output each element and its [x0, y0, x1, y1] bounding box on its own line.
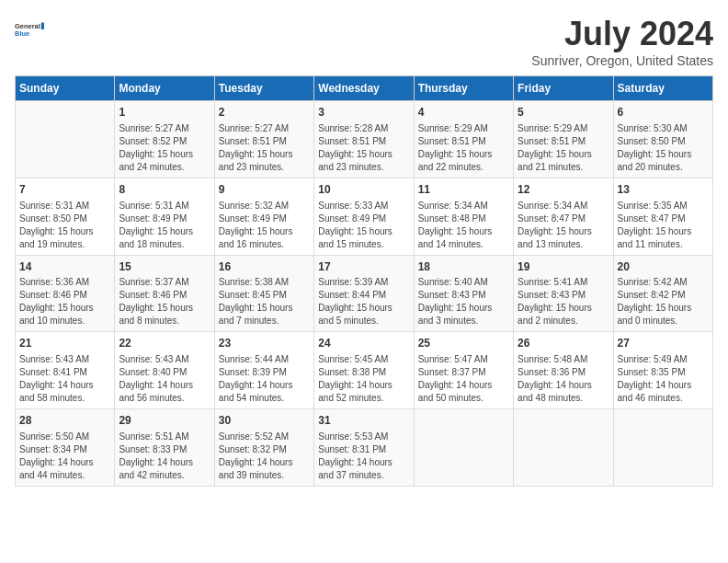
day-info: Sunrise: 5:28 AM Sunset: 8:51 PM Dayligh…: [318, 122, 409, 174]
calendar-cell: [414, 409, 513, 487]
title-area: July 2024 Sunriver, Oregon, United State…: [531, 15, 713, 68]
day-info: Sunrise: 5:42 AM Sunset: 8:42 PM Dayligh…: [618, 276, 709, 327]
calendar-cell: 11Sunrise: 5:34 AM Sunset: 8:48 PM Dayli…: [414, 178, 513, 255]
day-number: 19: [518, 259, 609, 275]
day-number: 28: [19, 413, 110, 429]
calendar-cell: 4Sunrise: 5:29 AM Sunset: 8:51 PM Daylig…: [414, 101, 513, 178]
day-number: 18: [418, 259, 509, 275]
day-info: Sunrise: 5:40 AM Sunset: 8:43 PM Dayligh…: [418, 276, 509, 327]
day-number: 8: [119, 182, 210, 198]
day-info: Sunrise: 5:36 AM Sunset: 8:46 PM Dayligh…: [19, 276, 110, 327]
day-number: 16: [219, 259, 310, 275]
day-info: Sunrise: 5:27 AM Sunset: 8:51 PM Dayligh…: [219, 122, 310, 174]
week-row-1: 1Sunrise: 5:27 AM Sunset: 8:52 PM Daylig…: [16, 101, 713, 178]
day-number: 27: [618, 336, 709, 351]
col-header-sunday: Sunday: [16, 76, 115, 101]
calendar-cell: 25Sunrise: 5:47 AM Sunset: 8:37 PM Dayli…: [414, 332, 513, 409]
calendar-cell: 28Sunrise: 5:50 AM Sunset: 8:34 PM Dayli…: [16, 409, 115, 487]
calendar-cell: [613, 409, 712, 487]
day-info: Sunrise: 5:35 AM Sunset: 8:47 PM Dayligh…: [618, 200, 709, 251]
calendar-header: SundayMondayTuesdayWednesdayThursdayFrid…: [16, 76, 713, 101]
calendar-cell: 19Sunrise: 5:41 AM Sunset: 8:43 PM Dayli…: [514, 255, 613, 332]
day-info: Sunrise: 5:52 AM Sunset: 8:32 PM Dayligh…: [219, 431, 310, 482]
calendar-table: SundayMondayTuesdayWednesdayThursdayFrid…: [15, 75, 713, 487]
day-info: Sunrise: 5:27 AM Sunset: 8:52 PM Dayligh…: [119, 122, 210, 174]
day-number: 5: [518, 105, 609, 121]
calendar-cell: 24Sunrise: 5:45 AM Sunset: 8:38 PM Dayli…: [314, 332, 414, 409]
calendar-cell: 22Sunrise: 5:43 AM Sunset: 8:40 PM Dayli…: [115, 332, 214, 409]
col-header-monday: Monday: [115, 76, 214, 101]
calendar-cell: 7Sunrise: 5:31 AM Sunset: 8:50 PM Daylig…: [16, 178, 115, 255]
calendar-cell: 16Sunrise: 5:38 AM Sunset: 8:45 PM Dayli…: [214, 255, 313, 332]
day-number: 20: [618, 259, 709, 275]
col-header-thursday: Thursday: [414, 76, 513, 101]
day-number: 15: [119, 259, 210, 275]
calendar-body: 1Sunrise: 5:27 AM Sunset: 8:52 PM Daylig…: [16, 101, 713, 487]
day-info: Sunrise: 5:33 AM Sunset: 8:49 PM Dayligh…: [318, 200, 409, 251]
svg-text:General: General: [15, 22, 40, 30]
day-info: Sunrise: 5:31 AM Sunset: 8:50 PM Dayligh…: [19, 200, 110, 251]
day-info: Sunrise: 5:48 AM Sunset: 8:36 PM Dayligh…: [518, 353, 609, 405]
day-info: Sunrise: 5:53 AM Sunset: 8:31 PM Dayligh…: [318, 431, 409, 482]
subtitle: Sunriver, Oregon, United States: [531, 53, 713, 68]
calendar-cell: 30Sunrise: 5:52 AM Sunset: 8:32 PM Dayli…: [214, 409, 313, 487]
day-info: Sunrise: 5:38 AM Sunset: 8:45 PM Dayligh…: [219, 276, 310, 327]
day-info: Sunrise: 5:41 AM Sunset: 8:43 PM Dayligh…: [518, 276, 609, 327]
day-number: 9: [219, 182, 310, 198]
calendar-cell: [514, 409, 613, 487]
day-info: Sunrise: 5:45 AM Sunset: 8:38 PM Dayligh…: [318, 353, 409, 405]
day-number: 7: [19, 182, 110, 198]
calendar-cell: 17Sunrise: 5:39 AM Sunset: 8:44 PM Dayli…: [314, 255, 414, 332]
week-row-5: 28Sunrise: 5:50 AM Sunset: 8:34 PM Dayli…: [16, 409, 713, 487]
col-header-wednesday: Wednesday: [314, 76, 414, 101]
day-number: 31: [318, 413, 409, 429]
col-header-tuesday: Tuesday: [214, 76, 313, 101]
day-number: 29: [119, 413, 210, 429]
day-info: Sunrise: 5:37 AM Sunset: 8:46 PM Dayligh…: [119, 276, 210, 327]
calendar-cell: 21Sunrise: 5:43 AM Sunset: 8:41 PM Dayli…: [16, 332, 115, 409]
calendar-cell: 27Sunrise: 5:49 AM Sunset: 8:35 PM Dayli…: [613, 332, 712, 409]
day-number: 25: [418, 336, 509, 351]
day-info: Sunrise: 5:29 AM Sunset: 8:51 PM Dayligh…: [418, 122, 509, 174]
day-number: 17: [318, 259, 409, 275]
svg-text:Blue: Blue: [15, 29, 29, 38]
calendar-cell: 29Sunrise: 5:51 AM Sunset: 8:33 PM Dayli…: [115, 409, 214, 487]
logo-svg: General Blue: [15, 15, 44, 44]
main-title: July 2024: [531, 15, 713, 53]
calendar-cell: 2Sunrise: 5:27 AM Sunset: 8:51 PM Daylig…: [214, 101, 313, 178]
day-number: 26: [518, 336, 609, 351]
header-row: SundayMondayTuesdayWednesdayThursdayFrid…: [16, 76, 713, 101]
week-row-4: 21Sunrise: 5:43 AM Sunset: 8:41 PM Dayli…: [16, 332, 713, 409]
calendar-cell: [16, 101, 115, 178]
day-number: 30: [219, 413, 310, 429]
day-info: Sunrise: 5:39 AM Sunset: 8:44 PM Dayligh…: [318, 276, 409, 327]
calendar-cell: 10Sunrise: 5:33 AM Sunset: 8:49 PM Dayli…: [314, 178, 414, 255]
col-header-saturday: Saturday: [613, 76, 712, 101]
day-info: Sunrise: 5:50 AM Sunset: 8:34 PM Dayligh…: [19, 431, 110, 482]
calendar-cell: 3Sunrise: 5:28 AM Sunset: 8:51 PM Daylig…: [314, 101, 414, 178]
day-info: Sunrise: 5:29 AM Sunset: 8:51 PM Dayligh…: [518, 122, 609, 174]
day-number: 23: [219, 336, 310, 351]
day-info: Sunrise: 5:30 AM Sunset: 8:50 PM Dayligh…: [618, 122, 709, 174]
day-number: 22: [119, 336, 210, 351]
calendar-cell: 13Sunrise: 5:35 AM Sunset: 8:47 PM Dayli…: [613, 178, 712, 255]
day-number: 14: [19, 259, 110, 275]
day-number: 3: [318, 105, 409, 121]
week-row-3: 14Sunrise: 5:36 AM Sunset: 8:46 PM Dayli…: [16, 255, 713, 332]
calendar-cell: 5Sunrise: 5:29 AM Sunset: 8:51 PM Daylig…: [514, 101, 613, 178]
day-number: 11: [418, 182, 509, 198]
calendar-cell: 1Sunrise: 5:27 AM Sunset: 8:52 PM Daylig…: [115, 101, 214, 178]
header: General Blue July 2024 Sunriver, Oregon,…: [15, 15, 713, 68]
day-info: Sunrise: 5:43 AM Sunset: 8:41 PM Dayligh…: [19, 353, 110, 405]
day-number: 24: [318, 336, 409, 351]
day-info: Sunrise: 5:47 AM Sunset: 8:37 PM Dayligh…: [418, 353, 509, 405]
day-number: 6: [618, 105, 709, 121]
calendar-cell: 20Sunrise: 5:42 AM Sunset: 8:42 PM Dayli…: [613, 255, 712, 332]
calendar-cell: 14Sunrise: 5:36 AM Sunset: 8:46 PM Dayli…: [16, 255, 115, 332]
day-info: Sunrise: 5:34 AM Sunset: 8:48 PM Dayligh…: [418, 200, 509, 251]
logo: General Blue: [15, 15, 44, 44]
calendar-cell: 26Sunrise: 5:48 AM Sunset: 8:36 PM Dayli…: [514, 332, 613, 409]
calendar-cell: 8Sunrise: 5:31 AM Sunset: 8:49 PM Daylig…: [115, 178, 214, 255]
day-number: 13: [618, 182, 709, 198]
week-row-2: 7Sunrise: 5:31 AM Sunset: 8:50 PM Daylig…: [16, 178, 713, 255]
